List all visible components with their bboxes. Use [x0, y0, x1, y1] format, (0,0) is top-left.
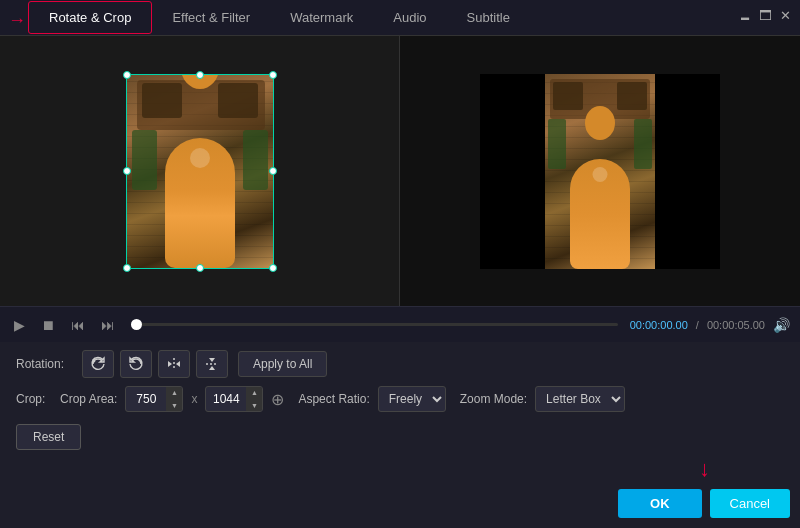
crop-height-spin: ▲ ▼ [246, 386, 262, 412]
crop-handle-top-left[interactable] [123, 71, 131, 79]
output-image [545, 74, 655, 269]
action-buttons: OK Cancel [618, 489, 790, 518]
crop-handle-bottom-left[interactable] [123, 264, 131, 272]
minimize-button[interactable]: 🗕 [738, 8, 752, 22]
crop-height-down[interactable]: ▼ [246, 399, 262, 412]
tab-audio[interactable]: Audio [373, 2, 446, 33]
crop-label: Crop: [16, 392, 52, 406]
volume-icon[interactable]: 🔊 [773, 317, 790, 333]
bottom-controls: Rotation: Apply to [0, 342, 800, 458]
flip-horizontal-button[interactable] [158, 350, 190, 378]
tab-watermark[interactable]: Watermark [270, 2, 373, 33]
crop-frame[interactable] [126, 74, 274, 269]
output-image-container [480, 74, 720, 269]
timeline-thumb[interactable] [131, 319, 142, 330]
apply-to-all-button[interactable]: Apply to All [238, 351, 327, 377]
tab-bar: → Rotate & Crop Effect & Filter Watermar… [0, 0, 800, 36]
aspect-ratio-select[interactable]: Freely 16:9 4:3 1:1 [378, 386, 446, 412]
tab-rotate-crop[interactable]: Rotate & Crop [28, 1, 152, 34]
zoom-mode-select[interactable]: Letter Box Pan & Scan Full [535, 386, 625, 412]
tab-subtitle[interactable]: Subtitle [447, 2, 530, 33]
crop-height-up[interactable]: ▲ [246, 386, 262, 399]
crop-height-input-wrapper: ▲ ▼ [205, 386, 263, 412]
crop-width-spin: ▲ ▼ [166, 386, 182, 412]
next-frame-button[interactable]: ⏭ [97, 315, 119, 335]
crop-handle-top-middle[interactable] [196, 71, 204, 79]
crop-handle-middle-right[interactable] [269, 167, 277, 175]
cancel-button[interactable]: Cancel [710, 489, 790, 518]
stop-button[interactable]: ⏹ [37, 315, 59, 335]
crop-row: Crop: Crop Area: ▲ ▼ x ▲ ▼ ⊕ Aspect Rati… [16, 386, 784, 412]
rotate-left-button[interactable] [82, 350, 114, 378]
svg-marker-4 [209, 358, 215, 362]
crop-width-input-wrapper: ▲ ▼ [125, 386, 183, 412]
tab-arrow-indicator: → [8, 10, 26, 31]
output-preview-panel [400, 36, 800, 306]
ok-arrow-indicator: ↓ [699, 456, 710, 482]
rotation-label: Rotation: [16, 357, 76, 371]
play-button[interactable]: ▶ [10, 315, 29, 335]
zoom-mode-label: Zoom Mode: [460, 392, 527, 406]
rotate-right-button[interactable] [120, 350, 152, 378]
crop-width-down[interactable]: ▼ [166, 399, 182, 412]
crop-separator: x [191, 392, 197, 406]
total-time: 00:00:05.00 [707, 319, 765, 331]
current-time: 00:00:00.00 [630, 319, 688, 331]
crop-handle-bottom-right[interactable] [269, 264, 277, 272]
crop-area-label: Crop Area: [60, 392, 117, 406]
reset-button[interactable]: Reset [16, 424, 81, 450]
timeline-bar: ▶ ⏹ ⏮ ⏭ 00:00:00.00 / 00:00:05.00 🔊 [0, 306, 800, 342]
crop-height-input[interactable] [206, 392, 246, 406]
svg-marker-5 [209, 366, 215, 370]
crop-handle-middle-left[interactable] [123, 167, 131, 175]
svg-marker-2 [176, 361, 180, 367]
rotation-row: Rotation: Apply to [16, 350, 784, 378]
tab-effect-filter[interactable]: Effect & Filter [152, 2, 270, 33]
crop-center-icon[interactable]: ⊕ [271, 390, 284, 409]
source-image [127, 75, 273, 268]
flip-vertical-button[interactable] [196, 350, 228, 378]
svg-marker-1 [168, 361, 172, 367]
crop-handle-top-right[interactable] [269, 71, 277, 79]
crop-width-input[interactable] [126, 392, 166, 406]
time-separator: / [696, 319, 699, 331]
close-button[interactable]: ✕ [778, 8, 792, 22]
person-body [165, 138, 235, 268]
crop-handle-bottom-middle[interactable] [196, 264, 204, 272]
preview-area: Original: 750x1044 👁 10.jpg Output: 1280… [0, 36, 800, 306]
timeline-progress-bar[interactable] [131, 323, 618, 326]
maximize-button[interactable]: 🗖 [758, 8, 772, 22]
window-controls: 🗕 🗖 ✕ [738, 8, 792, 22]
aspect-ratio-label: Aspect Ratio: [298, 392, 369, 406]
prev-frame-button[interactable]: ⏮ [67, 315, 89, 335]
source-preview-panel [0, 36, 400, 306]
crop-width-up[interactable]: ▲ [166, 386, 182, 399]
ok-button[interactable]: OK [618, 489, 702, 518]
